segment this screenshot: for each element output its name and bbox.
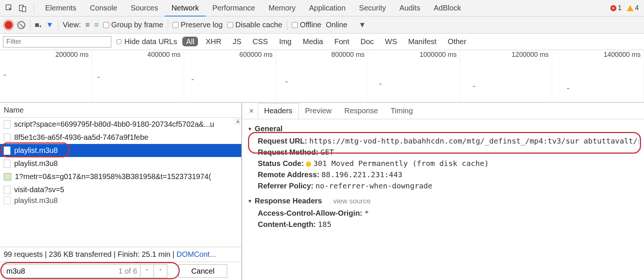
- tab-audits[interactable]: Audits: [393, 0, 427, 17]
- content-length-row: Content-Length: 185: [247, 219, 639, 230]
- request-row[interactable]: 8f5e1c36-a65f-4936-aa5d-7467a9f1febe: [0, 131, 241, 144]
- screenshot-icon[interactable]: ■●: [35, 21, 41, 29]
- timeline-label: 1200000 ms: [460, 50, 552, 60]
- referrer-policy-row: Referrer Policy: no-referrer-when-downgr…: [247, 180, 639, 191]
- detail-tab-response[interactable]: Response: [338, 103, 384, 119]
- warning-count: 4: [635, 4, 639, 12]
- filter-pill-all[interactable]: All: [182, 37, 198, 46]
- timeline-label: 600000 ms: [184, 50, 276, 60]
- request-name: playlist.m3u8: [14, 146, 58, 155]
- timeline-label: 200000 ms: [0, 50, 92, 60]
- status-summary: 99 requests | 236 KB transferred | Finis…: [0, 247, 241, 262]
- filter-pill-doc[interactable]: Doc: [357, 37, 378, 46]
- hide-data-urls-checkbox[interactable]: Hide data URLs: [117, 37, 177, 46]
- document-icon: [4, 186, 10, 194]
- find-cancel-button[interactable]: Cancel: [179, 264, 227, 278]
- waterfall-icon[interactable]: ≡: [94, 21, 99, 29]
- error-count: 1: [618, 4, 622, 12]
- filter-pill-font[interactable]: Font: [331, 37, 353, 46]
- svg-rect-2: [22, 7, 26, 12]
- remote-address-row: Remote Address: 88.196.221.231:443: [247, 169, 639, 180]
- document-icon: [4, 196, 10, 204]
- timeline-label: 1000000 ms: [368, 50, 460, 60]
- clear-button[interactable]: [17, 21, 25, 29]
- timeline-label: 1400000 ms: [552, 50, 644, 60]
- acao-row: Access-Control-Allow-Origin: *: [247, 207, 639, 219]
- document-icon: [4, 147, 10, 155]
- timeline-overview[interactable]: 200000 ms400000 ms600000 ms800000 ms1000…: [0, 50, 644, 102]
- filter-pill-css[interactable]: CSS: [249, 37, 272, 46]
- request-method-row: Request Method: GET: [247, 147, 639, 158]
- detail-tab-headers[interactable]: Headers: [258, 103, 299, 119]
- request-name: playlist.m3u8: [14, 196, 58, 204]
- filter-pill-other[interactable]: Other: [444, 37, 470, 46]
- find-next-button[interactable]: ˅: [154, 264, 167, 278]
- tab-adblock[interactable]: AdBlock: [427, 0, 468, 17]
- close-details-button[interactable]: ×: [245, 106, 258, 116]
- view-source-link[interactable]: view source: [333, 197, 371, 205]
- status-code-row: Status Code: 301 Moved Permanently (from…: [247, 158, 639, 169]
- tab-elements[interactable]: Elements: [38, 0, 83, 17]
- find-input[interactable]: [3, 265, 115, 277]
- request-row[interactable]: playlist.m3u8: [0, 196, 241, 204]
- request-row[interactable]: playlist.m3u8: [0, 144, 241, 157]
- throttling-select[interactable]: Online: [326, 21, 347, 29]
- scrollbar[interactable]: [235, 119, 241, 124]
- throttling-caret-icon[interactable]: ▼: [359, 21, 366, 29]
- request-row[interactable]: visit-data?sv=5: [0, 183, 241, 196]
- tab-network[interactable]: Network: [165, 0, 205, 17]
- group-by-frame-checkbox[interactable]: Group by frame: [103, 21, 163, 29]
- detail-tab-preview[interactable]: Preview: [299, 103, 338, 119]
- tab-sources[interactable]: Sources: [124, 0, 165, 17]
- offline-checkbox[interactable]: Offline: [292, 21, 321, 29]
- request-name: playlist.m3u8: [14, 159, 58, 168]
- filter-pill-xhr[interactable]: XHR: [202, 37, 225, 46]
- warning-count-badge[interactable]: 4: [627, 4, 639, 12]
- large-rows-icon[interactable]: ≡: [85, 21, 90, 29]
- tab-application[interactable]: Application: [302, 0, 352, 17]
- filter-pill-img[interactable]: Img: [275, 37, 295, 46]
- filter-input[interactable]: [3, 36, 111, 47]
- request-url-row: Request URL: https://mtg-vod-http.babahh…: [247, 135, 639, 147]
- inspect-icon[interactable]: [3, 2, 16, 15]
- document-icon: [4, 160, 10, 168]
- timeline-label: 800000 ms: [276, 50, 368, 60]
- preserve-log-checkbox[interactable]: Preserve log: [173, 21, 223, 29]
- request-name: script?space=6699795f-b80d-4bb0-9180-207…: [14, 120, 214, 129]
- detail-tab-timing[interactable]: Timing: [384, 103, 419, 119]
- view-label: View:: [63, 21, 81, 29]
- request-name: visit-data?sv=5: [14, 185, 64, 194]
- device-toggle-icon[interactable]: [16, 2, 29, 15]
- request-row[interactable]: script?space=6699795f-b80d-4bb0-9180-207…: [0, 118, 241, 131]
- disable-cache-checkbox[interactable]: Disable cache: [227, 21, 282, 29]
- document-icon: [4, 133, 10, 142]
- name-column-header[interactable]: Name: [0, 103, 241, 118]
- request-row[interactable]: 1?metr=0&s=g017&n=381958%3B381958&t=1523…: [0, 170, 241, 183]
- request-name: 1?metr=0&s=g017&n=381958%3B381958&t=1523…: [15, 172, 211, 181]
- tab-console[interactable]: Console: [83, 0, 124, 17]
- filter-toggle-icon[interactable]: ▼: [46, 21, 53, 29]
- filter-pill-ws[interactable]: WS: [381, 37, 401, 46]
- find-count: 1 of 6: [115, 267, 140, 276]
- tab-security[interactable]: Security: [352, 0, 393, 17]
- timeline-label: 400000 ms: [92, 50, 184, 60]
- filter-pill-media[interactable]: Media: [299, 37, 326, 46]
- response-headers-section-header[interactable]: ▼Response Headersview source: [247, 197, 639, 205]
- filter-pill-js[interactable]: JS: [229, 37, 245, 46]
- error-count-badge[interactable]: ✕1: [610, 4, 622, 12]
- record-button[interactable]: [4, 21, 13, 29]
- tab-memory[interactable]: Memory: [262, 0, 302, 17]
- request-row[interactable]: playlist.m3u8: [0, 157, 241, 170]
- image-icon: [4, 173, 11, 181]
- find-prev-button[interactable]: ˄: [140, 264, 154, 278]
- general-section-header[interactable]: ▼General: [247, 124, 639, 133]
- tab-performance[interactable]: Performance: [206, 0, 262, 17]
- request-name: 8f5e1c36-a65f-4936-aa5d-7467a9f1febe: [14, 133, 148, 142]
- document-icon: [4, 120, 10, 129]
- filter-pill-manifest[interactable]: Manifest: [405, 37, 440, 46]
